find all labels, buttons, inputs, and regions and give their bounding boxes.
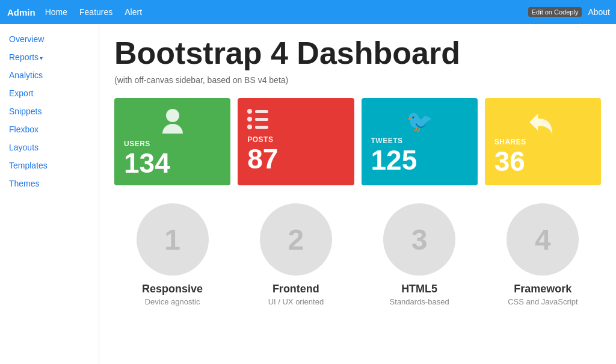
sidebar-item-export[interactable]: Export bbox=[0, 84, 99, 102]
sidebar-item-overview[interactable]: Overview bbox=[0, 30, 99, 48]
feature-sub-responsive: Device agnostic bbox=[145, 297, 200, 306]
stat-cards: USERS 134 POSTS 87 🐦 TWEETS bbox=[114, 98, 601, 185]
stat-card-users: USERS 134 bbox=[114, 98, 230, 185]
feature-circle-4: 4 bbox=[507, 203, 579, 276]
main-content: Bootstrap 4 Dashboard (with off-canvas s… bbox=[99, 24, 616, 364]
feature-circle-3: 3 bbox=[383, 203, 455, 276]
navbar-brand: Admin bbox=[7, 7, 35, 17]
shares-value: 36 bbox=[494, 147, 525, 175]
stat-card-shares: SHARES 36 bbox=[485, 98, 601, 185]
stat-card-tweets: 🐦 TWEETS 125 bbox=[362, 98, 478, 185]
shares-label: SHARES bbox=[494, 138, 526, 146]
feature-sub-framework: CSS and JavaScript bbox=[508, 297, 578, 306]
stat-card-posts: POSTS 87 bbox=[238, 98, 354, 185]
tweets-label: TWEETS bbox=[371, 137, 403, 145]
navbar: Admin Home Features Alert Edit on Codepl… bbox=[0, 0, 616, 24]
feature-title-framework: Framework bbox=[514, 283, 571, 295]
feature-title-frontend: Frontend bbox=[273, 283, 319, 295]
feature-sub-html5: Standards-based bbox=[390, 297, 449, 306]
posts-icon bbox=[247, 109, 344, 132]
feature-card-responsive: 1 Responsive Device agnostic bbox=[114, 203, 230, 306]
page-title: Bootstrap 4 Dashboard bbox=[114, 36, 601, 70]
layout: Overview Reports▾ Analytics Export Snipp… bbox=[0, 24, 616, 364]
nav-alert[interactable]: Alert bbox=[125, 7, 142, 17]
feature-card-frontend: 2 Frontend UI / UX oriented bbox=[238, 203, 354, 306]
reports-arrow: ▾ bbox=[40, 55, 43, 61]
feature-cards: 1 Responsive Device agnostic 2 Frontend … bbox=[114, 203, 601, 306]
twitter-icon: 🐦 bbox=[371, 109, 468, 134]
edit-on-codeply-button[interactable]: Edit on Codeply bbox=[528, 7, 582, 17]
tweets-value: 125 bbox=[371, 146, 417, 174]
navbar-right: Edit on Codeply About bbox=[528, 0, 610, 24]
page-subtitle: (with off-canvas sidebar, based on BS v4… bbox=[114, 75, 601, 85]
share-icon bbox=[494, 109, 591, 135]
posts-value: 87 bbox=[247, 145, 278, 173]
sidebar-item-reports[interactable]: Reports▾ bbox=[0, 48, 99, 66]
sidebar-item-templates[interactable]: Templates bbox=[0, 156, 99, 174]
feature-title-responsive: Responsive bbox=[142, 283, 203, 295]
feature-circle-1: 1 bbox=[137, 203, 209, 276]
feature-card-framework: 4 Framework CSS and JavaScript bbox=[485, 203, 601, 306]
feature-sub-frontend: UI / UX oriented bbox=[268, 297, 324, 306]
feature-card-html5: 3 HTML5 Standards-based bbox=[362, 203, 478, 306]
nav-about[interactable]: About bbox=[588, 7, 610, 17]
sidebar-item-flexbox[interactable]: Flexbox bbox=[0, 120, 99, 138]
sidebar-item-analytics[interactable]: Analytics bbox=[0, 66, 99, 84]
users-label: USERS bbox=[124, 140, 150, 148]
sidebar-item-themes[interactable]: Themes bbox=[0, 174, 99, 193]
users-value: 134 bbox=[124, 149, 170, 177]
users-icon bbox=[124, 109, 221, 136]
feature-title-html5: HTML5 bbox=[401, 283, 437, 295]
feature-circle-2: 2 bbox=[260, 203, 332, 276]
sidebar: Overview Reports▾ Analytics Export Snipp… bbox=[0, 24, 99, 364]
sidebar-item-snippets[interactable]: Snippets bbox=[0, 102, 99, 120]
sidebar-item-layouts[interactable]: Layouts bbox=[0, 138, 99, 156]
navbar-links: Home Features Alert bbox=[45, 7, 142, 17]
posts-label: POSTS bbox=[247, 135, 273, 144]
nav-features[interactable]: Features bbox=[79, 7, 112, 17]
nav-home[interactable]: Home bbox=[45, 7, 67, 17]
